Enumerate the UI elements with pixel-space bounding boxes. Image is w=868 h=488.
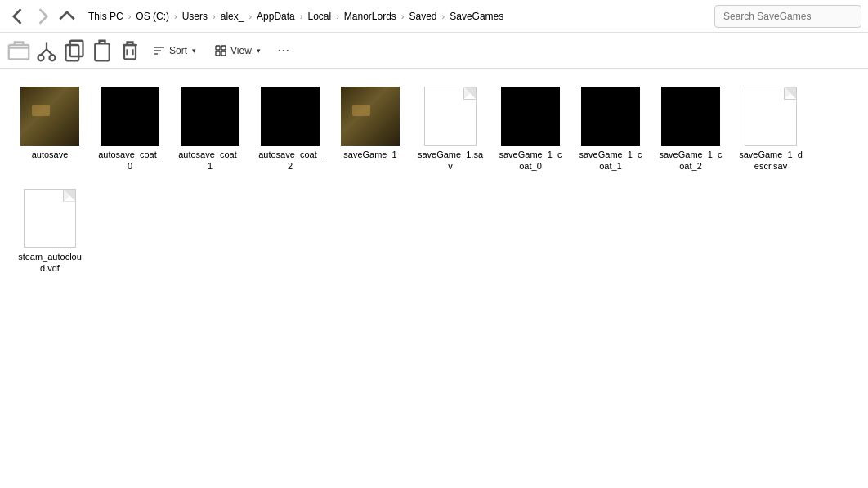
file-thumbnail	[341, 87, 400, 146]
file-item[interactable]: autosave_coat_1	[173, 82, 247, 177]
file-name: saveGame_1	[343, 149, 396, 160]
new-folder-button[interactable]	[7, 38, 31, 63]
file-item[interactable]: saveGame_1_coat_1	[574, 82, 647, 177]
breadcrumb-item-users[interactable]: Users	[180, 9, 210, 24]
file-name: autosave	[32, 149, 69, 160]
view-button[interactable]: View ▾	[207, 38, 268, 63]
file-area: autosaveautosave_coat_0autosave_coat_1au…	[0, 69, 868, 488]
svg-line-3	[41, 49, 47, 55]
delete-button[interactable]	[118, 38, 142, 63]
file-item[interactable]: saveGame_1_coat_2	[654, 82, 727, 177]
file-item[interactable]: steam_autocloud.vdf	[13, 184, 87, 280]
breadcrumb[interactable]: This PC›OS (C:)›Users›alex_›AppData›Loca…	[80, 5, 713, 28]
file-item[interactable]: saveGame_1	[333, 82, 407, 177]
file-name: autosave_coat_0	[96, 149, 163, 172]
file-item[interactable]: saveGame_1_descr.sav	[734, 82, 808, 177]
file-name: saveGame_1_coat_0	[497, 149, 564, 172]
svg-rect-8	[95, 43, 110, 60]
svg-rect-16	[221, 46, 226, 50]
breadcrumb-separator: ›	[401, 11, 405, 21]
more-label: ···	[277, 42, 289, 59]
file-item[interactable]: autosave	[13, 82, 87, 177]
file-thumbnail	[421, 87, 480, 146]
file-name: steam_autocloud.vdf	[16, 251, 83, 275]
file-thumbnail	[581, 87, 640, 146]
svg-rect-9	[124, 45, 136, 60]
sort-button[interactable]: Sort ▾	[145, 38, 204, 63]
breadcrumb-separator: ›	[442, 11, 445, 21]
file-thumbnail	[661, 87, 720, 146]
file-thumbnail	[501, 87, 560, 146]
svg-rect-15	[216, 46, 220, 50]
toolbar: Sort ▾ View ▾ ···	[0, 33, 868, 69]
view-label: View	[230, 45, 252, 56]
file-name: saveGame_1_descr.sav	[737, 149, 804, 172]
breadcrumb-separator: ›	[174, 11, 177, 21]
breadcrumb-item-savegames[interactable]: SaveGames	[447, 9, 506, 24]
file-name: saveGame_1_coat_2	[657, 149, 724, 172]
breadcrumb-separator: ›	[128, 11, 132, 21]
forward-button[interactable]	[31, 5, 54, 28]
breadcrumb-separator: ›	[248, 11, 252, 21]
more-options-button[interactable]: ···	[271, 38, 296, 63]
sort-label: Sort	[169, 45, 187, 56]
svg-point-2	[50, 55, 56, 60]
address-bar: This PC›OS (C:)›Users›alex_›AppData›Loca…	[0, 0, 868, 33]
breadcrumb-item-saved[interactable]: Saved	[407, 9, 440, 24]
paste-button[interactable]	[90, 38, 114, 63]
file-thumbnail	[741, 87, 800, 146]
svg-rect-18	[221, 51, 226, 56]
file-name: saveGame_1.sav	[417, 149, 484, 172]
breadcrumb-separator: ›	[336, 11, 339, 21]
svg-line-4	[47, 49, 52, 55]
file-item[interactable]: saveGame_1_coat_0	[494, 82, 567, 177]
search-input[interactable]	[714, 5, 861, 28]
breadcrumb-item-os--c--[interactable]: OS (C:)	[133, 9, 172, 24]
file-thumbnail	[181, 87, 239, 146]
file-thumbnail	[20, 87, 79, 146]
file-thumbnail	[101, 87, 159, 146]
back-button[interactable]	[7, 5, 29, 28]
file-thumbnail	[261, 87, 320, 146]
breadcrumb-item-this-pc[interactable]: This PC	[86, 9, 126, 24]
sort-chevron: ▾	[192, 47, 196, 55]
breadcrumb-item-local[interactable]: Local	[305, 9, 333, 24]
cut-button[interactable]	[34, 38, 59, 63]
breadcrumb-separator: ›	[300, 11, 303, 21]
svg-rect-6	[70, 40, 83, 56]
file-item[interactable]: autosave_coat_2	[253, 82, 327, 177]
up-button[interactable]	[56, 5, 78, 28]
svg-rect-17	[216, 51, 220, 56]
file-name: saveGame_1_coat_1	[577, 149, 644, 172]
file-name: autosave_coat_1	[177, 149, 244, 172]
breadcrumb-separator: ›	[213, 11, 216, 21]
svg-point-1	[38, 55, 44, 60]
breadcrumb-item-alex-[interactable]: alex_	[218, 9, 247, 24]
svg-rect-7	[66, 45, 79, 60]
file-name: autosave_coat_2	[257, 149, 324, 172]
copy-button[interactable]	[62, 38, 87, 63]
file-thumbnail	[20, 189, 79, 248]
file-item[interactable]: saveGame_1.sav	[414, 82, 487, 177]
breadcrumb-item-manorlords[interactable]: ManorLords	[342, 9, 399, 24]
view-chevron: ▾	[257, 47, 261, 55]
file-item[interactable]: autosave_coat_0	[93, 82, 167, 177]
breadcrumb-item-appdata[interactable]: AppData	[254, 9, 298, 24]
